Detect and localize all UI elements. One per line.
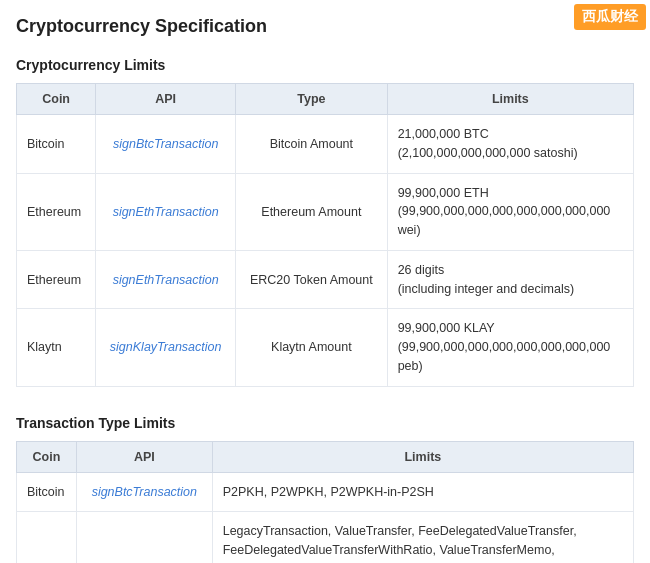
section-cryptocurrency-limits: Cryptocurrency Limits Coin API Type Limi… — [16, 57, 634, 387]
cryptocurrency-limits-table: Coin API Type Limits BitcoinsignBtcTrans… — [16, 83, 634, 387]
col-header-api: API — [96, 84, 236, 115]
table-header-row: Coin API Type Limits — [17, 84, 634, 115]
cell-coin: Klaytn — [17, 309, 96, 386]
table-row: BitcoinsignBtcTransactionP2PKH, P2WPKH, … — [17, 472, 634, 512]
cell-coin: Bitcoin — [17, 472, 77, 512]
table-row: EthereumsignEthTransactionERC20 Token Am… — [17, 250, 634, 309]
col2-header-limits: Limits — [212, 441, 633, 472]
cell-api: signKlayTransaction — [96, 309, 236, 386]
cell-limits: 99,900,000 ETH(99,900,000,000,000,000,00… — [387, 173, 633, 250]
cell-limits: 21,000,000 BTC(2,100,000,000,000,000 sat… — [387, 115, 633, 174]
col-header-coin: Coin — [17, 84, 96, 115]
table2-header-row: Coin API Limits — [17, 441, 634, 472]
table-row: KlaytnsignKlayTransactionKlaytn Amount99… — [17, 309, 634, 386]
table-row: KlaytnsignKlayTransactionLegacyTransacti… — [17, 512, 634, 563]
cell-coin: Ethereum — [17, 173, 96, 250]
cell-limits: P2PKH, P2WPKH, P2WPKH-in-P2SH — [212, 472, 633, 512]
col-header-type: Type — [236, 84, 388, 115]
cell-api: signBtcTransaction — [76, 472, 212, 512]
cell-coin: Bitcoin — [17, 115, 96, 174]
section-transaction-type-limits: Transaction Type Limits Coin API Limits … — [16, 415, 634, 564]
cell-api: signEthTransaction — [96, 173, 236, 250]
section2-heading: Transaction Type Limits — [16, 415, 634, 431]
cell-coin: Klaytn — [17, 512, 77, 563]
page-title: Cryptocurrency Specification — [16, 16, 634, 37]
cell-api: signBtcTransaction — [96, 115, 236, 174]
cell-type: Ethereum Amount — [236, 173, 388, 250]
section1-heading: Cryptocurrency Limits — [16, 57, 634, 73]
cell-type: ERC20 Token Amount — [236, 250, 388, 309]
table-row: EthereumsignEthTransactionEthereum Amoun… — [17, 173, 634, 250]
cell-type: Klaytn Amount — [236, 309, 388, 386]
col2-header-coin: Coin — [17, 441, 77, 472]
col-header-limits: Limits — [387, 84, 633, 115]
cell-limits: 26 digits(including integer and decimals… — [387, 250, 633, 309]
cell-limits: 99,900,000 KLAY(99,900,000,000,000,000,0… — [387, 309, 633, 386]
col2-header-api: API — [76, 441, 212, 472]
cell-api: signKlayTransaction — [76, 512, 212, 563]
cell-coin: Ethereum — [17, 250, 96, 309]
transaction-type-limits-table: Coin API Limits BitcoinsignBtcTransactio… — [16, 441, 634, 564]
table-row: BitcoinsignBtcTransactionBitcoin Amount2… — [17, 115, 634, 174]
cell-api: signEthTransaction — [96, 250, 236, 309]
cell-limits: LegacyTransaction, ValueTransfer, FeeDel… — [212, 512, 633, 563]
cell-type: Bitcoin Amount — [236, 115, 388, 174]
